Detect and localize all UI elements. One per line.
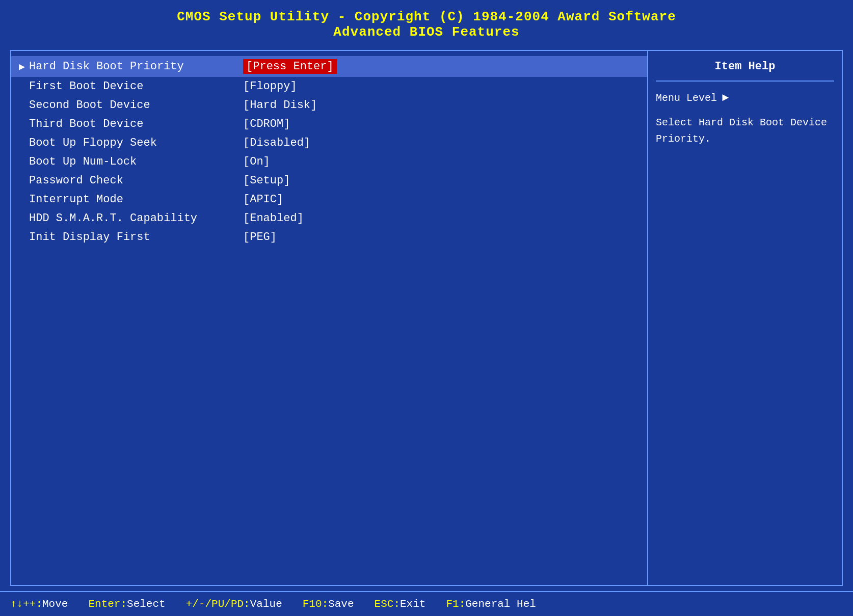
row-arrow-icon-interrupt-mode — [19, 194, 25, 205]
bios-row-hard-disk-boot-priority[interactable]: ▶Hard Disk Boot Priority[Press Enter] — [11, 56, 647, 77]
row-value-password-check: [Setup] — [243, 174, 290, 187]
row-value-hdd-smart-capability: [Enabled] — [243, 212, 304, 225]
bottom-bar-key: ESC: — [375, 598, 400, 610]
row-label-third-boot-device: Third Boot Device — [29, 118, 243, 130]
row-value-boot-up-floppy-seek: [Disabled] — [243, 137, 310, 149]
row-arrow-icon-boot-up-num-lock — [19, 156, 25, 168]
row-arrow-icon-password-check — [19, 175, 25, 186]
bottom-bar-item: F10:Save — [303, 598, 354, 610]
bottom-bar-desc: Exit — [400, 598, 425, 610]
left-panel: ▶Hard Disk Boot Priority[Press Enter] Fi… — [11, 51, 648, 585]
row-value-interrupt-mode: [APIC] — [243, 193, 283, 206]
row-value-first-boot-device: [Floppy] — [243, 80, 297, 93]
bottom-bar-item: Enter:Select — [88, 598, 165, 610]
row-arrow-icon-first-boot-device — [19, 81, 25, 92]
menu-level-row: Menu Level ► — [656, 92, 834, 104]
bios-row-boot-up-floppy-seek[interactable]: Boot Up Floppy Seek[Disabled] — [11, 133, 647, 152]
row-value-second-boot-device: [Hard Disk] — [243, 99, 317, 112]
bios-row-third-boot-device[interactable]: Third Boot Device[CDROM] — [11, 115, 647, 133]
row-label-boot-up-num-lock: Boot Up Num-Lock — [29, 155, 243, 168]
row-value-hard-disk-boot-priority: [Press Enter] — [243, 59, 337, 74]
bottom-bar-desc: Value — [250, 598, 282, 610]
row-value-third-boot-device: [CDROM] — [243, 118, 290, 130]
row-label-init-display-first: Init Display First — [29, 231, 243, 244]
row-arrow-icon-hdd-smart-capability — [19, 212, 25, 224]
bottom-bar-key: ↑↓++: — [10, 598, 42, 610]
menu-level-arrow-icon: ► — [722, 92, 729, 104]
row-arrow-icon-third-boot-device — [19, 118, 25, 130]
row-label-first-boot-device: First Boot Device — [29, 80, 243, 93]
bios-row-first-boot-device[interactable]: First Boot Device[Floppy] — [11, 77, 647, 96]
item-help-title: Item Help — [656, 56, 834, 82]
row-arrow-icon-boot-up-floppy-seek — [19, 137, 25, 149]
bottom-bar-item: ↑↓++:Move — [10, 598, 68, 610]
row-label-boot-up-floppy-seek: Boot Up Floppy Seek — [29, 137, 243, 149]
bottom-bar-item: F1:General Hel — [446, 598, 536, 610]
bottom-bar-desc: General Hel — [465, 598, 536, 610]
bottom-bar-key: Enter: — [88, 598, 127, 610]
bottom-bar-item: +/-/PU/PD:Value — [186, 598, 282, 610]
row-label-interrupt-mode: Interrupt Mode — [29, 193, 243, 206]
title-line2: Advanced BIOS Features — [0, 24, 853, 40]
bios-row-init-display-first[interactable]: Init Display First[PEG] — [11, 228, 647, 247]
row-label-hard-disk-boot-priority: Hard Disk Boot Priority — [29, 60, 243, 73]
bios-row-second-boot-device[interactable]: Second Boot Device[Hard Disk] — [11, 96, 647, 115]
bottom-bar-key: +/-/PU/PD: — [186, 598, 250, 610]
bottom-bar-key: F10: — [303, 598, 328, 610]
bios-row-password-check[interactable]: Password Check[Setup] — [11, 171, 647, 190]
row-value-boot-up-num-lock: [On] — [243, 155, 270, 168]
bottom-bar-desc: Save — [328, 598, 354, 610]
bottom-bar-desc: Move — [42, 598, 68, 610]
row-label-second-boot-device: Second Boot Device — [29, 99, 243, 112]
row-arrow-icon-second-boot-device — [19, 99, 25, 111]
bios-row-boot-up-num-lock[interactable]: Boot Up Num-Lock[On] — [11, 152, 647, 171]
main-content: ▶Hard Disk Boot Priority[Press Enter] Fi… — [10, 50, 843, 586]
row-label-password-check: Password Check — [29, 174, 243, 187]
bottom-bar: ↑↓++:MoveEnter:Select+/-/PU/PD:ValueF10:… — [0, 591, 853, 616]
right-panel: Item Help Menu Level ► Select Hard Disk … — [648, 51, 842, 585]
title-bar: CMOS Setup Utility - Copyright (C) 1984-… — [0, 0, 853, 45]
row-arrow-icon-init-display-first — [19, 231, 25, 243]
menu-level-label: Menu Level — [656, 92, 717, 104]
bottom-bar-item: ESC:Exit — [375, 598, 426, 610]
row-label-hdd-smart-capability: HDD S.M.A.R.T. Capability — [29, 212, 243, 225]
help-text: Select Hard Disk Boot Device Priority. — [656, 115, 834, 147]
bios-row-hdd-smart-capability[interactable]: HDD S.M.A.R.T. Capability[Enabled] — [11, 209, 647, 228]
bottom-bar-desc: Select — [127, 598, 166, 610]
row-arrow-icon-hard-disk-boot-priority: ▶ — [19, 60, 25, 73]
title-line1: CMOS Setup Utility - Copyright (C) 1984-… — [0, 9, 853, 24]
bios-screen: CMOS Setup Utility - Copyright (C) 1984-… — [0, 0, 853, 616]
bios-row-interrupt-mode[interactable]: Interrupt Mode[APIC] — [11, 190, 647, 209]
bottom-bar-key: F1: — [446, 598, 465, 610]
row-value-init-display-first: [PEG] — [243, 231, 277, 244]
